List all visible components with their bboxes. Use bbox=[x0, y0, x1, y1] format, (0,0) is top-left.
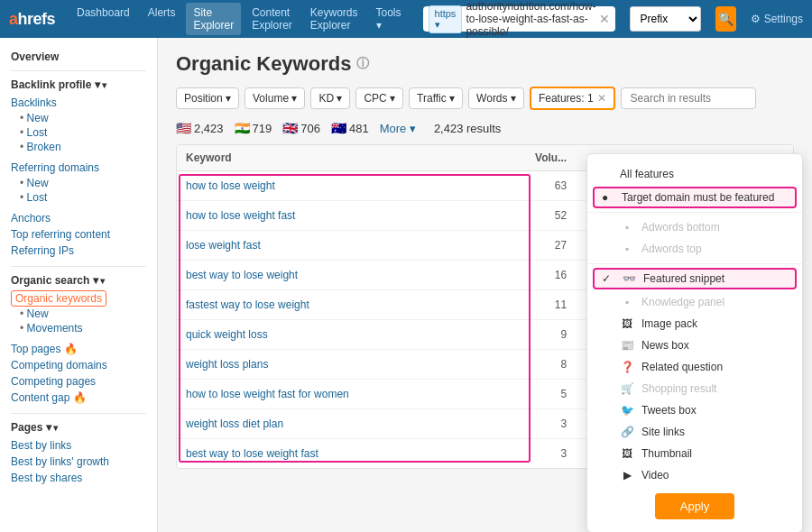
position-filter[interactable]: Position ▾ bbox=[176, 87, 239, 109]
sidebar-anchors[interactable]: Anchors bbox=[11, 210, 146, 226]
dropdown-item-related-question[interactable]: ❓Related question bbox=[587, 356, 802, 378]
dropdown-item-image-pack[interactable]: 🖼Image pack bbox=[587, 313, 802, 335]
traffic-filter[interactable]: Traffic ▾ bbox=[409, 87, 463, 109]
sidebar-top-referring[interactable]: Top referring content bbox=[11, 226, 146, 243]
feature-icon-related-question: ❓ bbox=[620, 361, 634, 373]
features-close-button[interactable]: ✕ bbox=[597, 92, 606, 105]
sidebar-competing-pages[interactable]: Competing pages bbox=[11, 373, 146, 390]
url-clear-button[interactable]: ✕ bbox=[599, 12, 610, 26]
keyword-link-1[interactable]: how to lose weight fast bbox=[186, 209, 295, 222]
volume-filter[interactable]: Volume ▾ bbox=[245, 87, 305, 109]
sidebar-organic-keywords[interactable]: Organic keywords bbox=[11, 290, 106, 307]
prefix-select[interactable]: Prefix bbox=[630, 6, 701, 32]
dropdown-item-shopping-result[interactable]: 🛒Shopping result bbox=[587, 378, 802, 399]
dropdown-item-video[interactable]: ▶Video bbox=[587, 464, 802, 486]
cpc-filter[interactable]: CPC ▾ bbox=[355, 87, 403, 109]
feature-icon-video: ▶ bbox=[620, 469, 634, 482]
sidebar: Overview Backlink profile ▾ Backlinks Ne… bbox=[0, 38, 158, 532]
dropdown-item-site-links[interactable]: 🔗Site links bbox=[587, 421, 802, 443]
dropdown-item-knowledge-panel[interactable]: ▪Knowledge panel bbox=[587, 291, 802, 313]
logo-a: a bbox=[9, 10, 18, 28]
apply-button[interactable]: Apply bbox=[655, 493, 735, 519]
cell-keyword-7: how to lose weight fast for women bbox=[177, 380, 490, 409]
sidebar-backlink-profile[interactable]: Backlink profile ▾ bbox=[11, 78, 146, 91]
settings-button[interactable]: ⚙ Settings bbox=[751, 13, 803, 25]
keyword-link-0[interactable]: how to lose weight bbox=[186, 179, 275, 192]
flag-au[interactable]: 🇦🇺 481 bbox=[331, 121, 369, 135]
search-button[interactable]: 🔍 bbox=[715, 6, 735, 32]
gear-icon: ⚙ bbox=[751, 13, 761, 25]
sidebar-backlinks[interactable]: Backlinks bbox=[11, 95, 146, 111]
filters-bar: Position ▾ Volume ▾ KD ▾ CPC ▾ Traffic ▾… bbox=[176, 87, 794, 110]
dropdown-item-all-features[interactable]: All features bbox=[587, 163, 802, 185]
sidebar-organic-new[interactable]: New bbox=[11, 307, 146, 321]
feature-label-shopping-result: Shopping result bbox=[641, 382, 716, 395]
sidebar-pages[interactable]: Pages ▾ bbox=[11, 421, 146, 434]
flag-in[interactable]: 🇮🇳 719 bbox=[235, 121, 272, 135]
cell-volume-3: 16 bbox=[490, 261, 576, 290]
features-filter[interactable]: Features: 1 ✕ bbox=[530, 87, 615, 110]
nav-alerts[interactable]: Alerts bbox=[141, 3, 183, 35]
sidebar-best-by-shares[interactable]: Best by shares bbox=[11, 470, 146, 486]
sidebar-overview[interactable]: Overview bbox=[11, 50, 146, 63]
sidebar-backlinks-new[interactable]: New bbox=[11, 111, 146, 125]
nav-keywords-explorer[interactable]: Keywords Explorer bbox=[303, 3, 365, 35]
sidebar-organic-movements[interactable]: Movements bbox=[11, 321, 146, 335]
feature-label-tweets-box: Tweets box bbox=[641, 404, 697, 417]
cell-keyword-3: best way to lose weight bbox=[177, 261, 490, 290]
dropdown-item-featured-snippet[interactable]: ✓👓Featured snippet bbox=[593, 268, 797, 289]
dropdown-item-adwords-bottom[interactable]: ▪Adwords bottom bbox=[587, 216, 802, 238]
cell-volume-9: 3 bbox=[490, 439, 576, 469]
nav-content-explorer[interactable]: Content Explorer bbox=[245, 3, 300, 35]
words-filter[interactable]: Words ▾ bbox=[468, 87, 524, 109]
features-label: Features: 1 bbox=[539, 92, 594, 105]
sidebar-referring-ips[interactable]: Referring IPs bbox=[11, 243, 146, 259]
protocol-selector[interactable]: https ▾ bbox=[429, 5, 463, 33]
feature-label-adwords-top: Adwords top bbox=[641, 243, 702, 255]
sidebar-top-pages[interactable]: Top pages 🔥 bbox=[11, 341, 146, 357]
dropdown-item-news-box[interactable]: 📰News box bbox=[587, 335, 802, 356]
feature-icon-site-links: 🔗 bbox=[620, 426, 634, 438]
keyword-link-3[interactable]: best way to lose weight bbox=[186, 269, 298, 281]
search-results-input[interactable] bbox=[621, 87, 756, 109]
kd-filter[interactable]: KD ▾ bbox=[310, 87, 350, 109]
flag-gb[interactable]: 🇬🇧 706 bbox=[282, 121, 320, 135]
keyword-link-9[interactable]: best way to lose weight fast bbox=[186, 447, 318, 460]
sidebar-content-gap[interactable]: Content gap 🔥 bbox=[11, 390, 146, 406]
keyword-link-2[interactable]: lose weight fast bbox=[186, 239, 261, 252]
sidebar-backlinks-lost[interactable]: Lost bbox=[11, 125, 146, 140]
flag-us[interactable]: 🇺🇸 2,423 bbox=[176, 121, 224, 135]
dropdown-item-adwords-top[interactable]: ▪Adwords top bbox=[587, 238, 802, 260]
url-input[interactable]: authoritynutrition.com/how-to-lose-weigh… bbox=[466, 0, 595, 38]
feature-label-news-box: News box bbox=[641, 339, 689, 352]
dropdown-item-target-domain[interactable]: ●Target domain must be featured bbox=[593, 187, 797, 208]
sidebar-best-by-links-growth[interactable]: Best by links' growth bbox=[11, 454, 146, 470]
dropdown-item-tweets-box[interactable]: 🐦Tweets box bbox=[587, 399, 802, 421]
feature-label-adwords-bottom: Adwords bottom bbox=[641, 221, 720, 234]
features-dropdown: All features●Target domain must be featu… bbox=[586, 153, 803, 532]
sidebar-competing-domains[interactable]: Competing domains bbox=[11, 357, 146, 373]
page-title: Organic Keywords ⓘ bbox=[176, 52, 794, 76]
keyword-link-4[interactable]: fastest way to lose weight bbox=[186, 298, 309, 311]
sidebar-organic-search[interactable]: Organic search ▾ bbox=[11, 274, 146, 287]
sidebar-referring-lost[interactable]: Lost bbox=[11, 190, 146, 205]
nav-tools[interactable]: Tools ▾ bbox=[369, 3, 409, 35]
sidebar-referring-domains[interactable]: Referring domains bbox=[11, 160, 146, 176]
dropdown-item-thumbnail[interactable]: 🖼Thumbnail bbox=[587, 443, 802, 464]
keyword-link-8[interactable]: weight loss diet plan bbox=[186, 417, 283, 430]
more-flags-button[interactable]: More ▾ bbox=[380, 122, 416, 135]
info-icon[interactable]: ⓘ bbox=[356, 56, 369, 72]
keyword-link-5[interactable]: quick weight loss bbox=[186, 328, 268, 341]
keyword-link-7[interactable]: how to lose weight fast for women bbox=[186, 388, 349, 400]
sidebar-backlinks-broken[interactable]: Broken bbox=[11, 140, 146, 154]
nav-dashboard[interactable]: Dashboard bbox=[69, 3, 137, 35]
col-keyword: Keyword bbox=[177, 145, 490, 171]
nav-site-explorer[interactable]: Site Explorer bbox=[186, 3, 241, 35]
sidebar-best-by-links[interactable]: Best by links bbox=[11, 437, 146, 454]
results-count: 2,423 results bbox=[434, 122, 501, 135]
keyword-link-6[interactable]: weight loss plans bbox=[186, 358, 268, 371]
feature-label-target-domain: Target domain must be featured bbox=[622, 191, 774, 204]
feature-icon-featured-snippet: 👓 bbox=[622, 272, 636, 285]
sidebar-referring-new[interactable]: New bbox=[11, 176, 146, 190]
page-title-text: Organic Keywords bbox=[176, 52, 351, 76]
